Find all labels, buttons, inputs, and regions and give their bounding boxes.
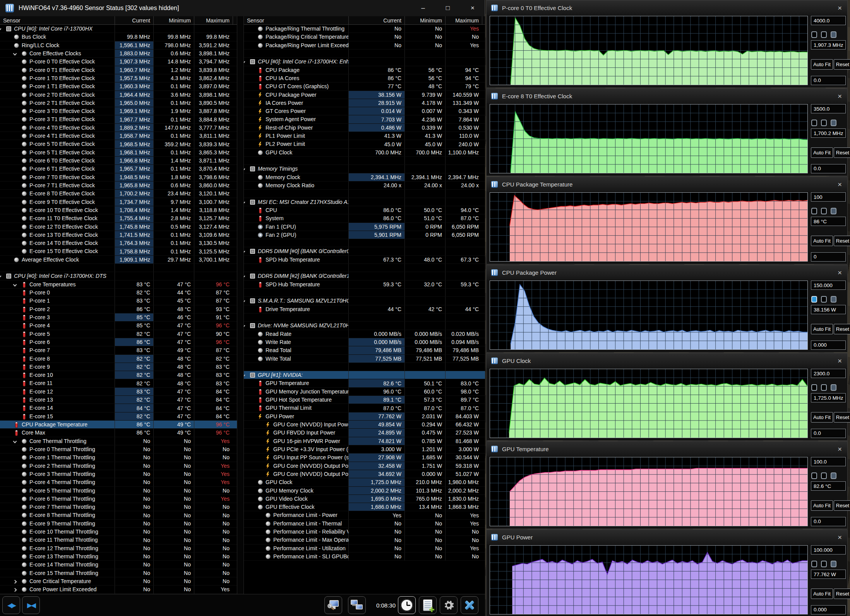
graph-panel-titlebar[interactable]: GPU Temperature× xyxy=(487,441,847,456)
sensor-row[interactable]: CPU Package Power38.156 W9.739 W140.559 … xyxy=(244,91,485,99)
sensor-row[interactable]: GT Cores Power0.014 W0.007 W0.343 W xyxy=(244,107,485,115)
report-button[interactable] xyxy=(419,596,437,614)
graph-option-checkbox[interactable] xyxy=(811,384,817,391)
graph-panel-titlebar[interactable]: P-core 0 T0 Effective Clock× xyxy=(487,0,847,15)
expand-columns-button[interactable]: ◀▶ xyxy=(2,596,20,614)
sensor-row[interactable]: E-core 1484 °C47 °C84 °C xyxy=(0,404,237,412)
sensor-row[interactable]: Average Effective Clock1,909.1 MHz29.7 M… xyxy=(0,256,237,264)
sensor-row[interactable]: P-core 0 Thermal ThrottlingNoNoNo xyxy=(0,445,237,453)
sensor-row[interactable]: PL2 Power Limit45.0 W45.0 W240.0 W xyxy=(244,140,485,148)
reset-button[interactable]: Reset xyxy=(834,412,850,423)
col-sensor[interactable]: Sensor xyxy=(244,16,348,25)
sensor-row[interactable]: E-core 8 T0 Effective Clock1,700.2 MHz23… xyxy=(0,190,237,198)
sensor-row[interactable]: E-core 13 T0 Effective Clock1,741.5 MHz0… xyxy=(0,231,237,239)
sensor-row[interactable]: E-core 10 Thermal ThrottlingNoNoNo xyxy=(0,528,237,536)
close-icon[interactable]: × xyxy=(838,92,842,100)
sensor-row[interactable]: E-core 1082 °C48 °C83 °C xyxy=(0,371,237,379)
auto-fit-button[interactable]: Auto Fit xyxy=(811,147,833,158)
sensor-row[interactable]: E-core 15 Thermal ThrottlingNoNoNo xyxy=(0,569,237,577)
sensor-row[interactable]: P-core 082 °C44 °C87 °C xyxy=(0,289,237,297)
sensor-row[interactable]: GPU Effective Clock1,686.0 MHz13.4 MHz1,… xyxy=(244,503,485,511)
sensor-row[interactable]: Performance Limit - UtilizationNoNoYes xyxy=(244,544,485,553)
graph-option-checkbox[interactable] xyxy=(831,208,836,214)
sensor-row[interactable]: P-core 1 Thermal ThrottlingNoNoNo xyxy=(0,453,237,462)
sensor-row[interactable]: E-core 1283 °C47 °C84 °C xyxy=(0,388,237,396)
close-sensors-button[interactable] xyxy=(461,596,478,614)
col-minimum[interactable]: Minimum xyxy=(404,16,445,25)
sensor-row[interactable]: P-core 3 Thermal ThrottlingNoNoYes xyxy=(0,470,237,478)
section-row[interactable]: CPU [#0]: Intel Core i7-13700HX: Enhance… xyxy=(244,58,485,66)
sensor-row[interactable]: P-core 4 T0 Effective Clock1,889.2 MHz14… xyxy=(0,124,237,132)
graph-option-checkbox[interactable] xyxy=(811,208,817,214)
sensor-row[interactable]: GPU 16-pin HVPWR Power74.821 W0.785 W81.… xyxy=(244,437,485,445)
sensor-row[interactable]: Performance Limit - Max Operating Volta.… xyxy=(244,536,485,544)
graph-option-checkbox[interactable] xyxy=(821,561,827,567)
sensor-row[interactable]: P-core 3 T1 Effective Clock1,967.7 MHz0.… xyxy=(0,115,237,123)
sensor-row[interactable]: GPU Power77.762 W2.031 W84.403 W xyxy=(244,412,485,421)
sensor-row[interactable]: P-core 0 T0 Effective Clock1,907.3 MHz14… xyxy=(0,58,237,66)
close-icon[interactable]: × xyxy=(838,181,842,188)
sensor-row[interactable]: Performance Limit - ThermalNoNoYes xyxy=(244,520,485,528)
graph-panel-titlebar[interactable]: CPU Package Power× xyxy=(487,265,847,280)
sensor-row[interactable]: CPU Package86 °C56 °C94 °C xyxy=(244,66,485,74)
sensor-row[interactable]: SPD Hub Temperature59.3 °C32.0 °C59.3 °C xyxy=(244,281,485,289)
chevron-down-icon[interactable] xyxy=(13,51,17,55)
scale-max-input[interactable]: 100 xyxy=(811,192,846,202)
sensor-row[interactable]: P-core 0 T1 Effective Clock1,960.7 MHz1.… xyxy=(0,66,237,74)
sensor-row[interactable]: GPU Video Clock1,695.0 MHz765.0 MHz1,830… xyxy=(244,495,485,503)
sensor-row[interactable]: P-core 183 °C45 °C87 °C xyxy=(0,297,237,305)
sensor-row[interactable]: GPU Core (NVVDD) Input Power (sum)49.854… xyxy=(244,421,485,429)
section-row[interactable]: S.M.A.R.T.: SAMSUNG MZVL21T0HCLR-00B... xyxy=(244,297,485,305)
sensor-row[interactable]: Core Power Limit ExceededNoNoYes xyxy=(0,585,237,594)
sensor-row[interactable]: PL1 Power Limit41.3 W41.3 W110.0 W xyxy=(244,132,485,140)
sensor-row[interactable]: P-core 686 °C47 °C96 °C xyxy=(0,338,237,346)
auto-fit-button[interactable]: Auto Fit xyxy=(811,500,833,511)
section-row[interactable]: CPU [#0]: Intel Core i7-13700HX: DTS xyxy=(0,272,237,280)
sensor-row[interactable]: CPU IA Cores86 °C56 °C94 °C xyxy=(244,74,485,82)
scale-min-input[interactable]: 0 xyxy=(811,252,846,262)
chevron-down-icon[interactable] xyxy=(0,274,1,278)
chevron-down-icon[interactable] xyxy=(244,250,245,253)
graph-option-checkbox[interactable] xyxy=(821,472,827,479)
sensor-row[interactable]: E-core 1382 °C47 °C84 °C xyxy=(0,396,237,404)
graph-option-checkbox[interactable] xyxy=(811,120,817,126)
close-icon[interactable]: × xyxy=(838,445,842,453)
sensor-row[interactable]: Core Effective Clocks1,883.0 MHz0.6 MHz3… xyxy=(0,50,237,58)
section-row[interactable]: Memory Timings xyxy=(244,165,485,173)
sensor-row[interactable]: P-core 6 T0 Effective Clock1,966.8 MHz1.… xyxy=(0,157,237,165)
auto-fit-button[interactable]: Auto Fit xyxy=(811,589,833,599)
sensor-row[interactable]: GPU Memory Junction Temperature96.0 °C60… xyxy=(244,388,485,396)
sensor-row[interactable]: P-core 1 T1 Effective Clock1,960.3 MHz0.… xyxy=(0,82,237,91)
graph-option-checkbox[interactable] xyxy=(831,472,836,479)
scale-max-input[interactable]: 150.000 xyxy=(811,281,846,290)
close-button[interactable]: × xyxy=(467,0,478,16)
scale-max-input[interactable]: 3500.0 xyxy=(811,104,846,113)
sensor-row[interactable]: Core Thermal ThrottlingNoNoYes xyxy=(0,437,237,445)
sensor-row[interactable]: Core Critical TemperatureNoNoNo xyxy=(0,577,237,585)
col-current[interactable]: Current xyxy=(115,16,153,25)
graph-panel-titlebar[interactable]: E-core 8 T0 Effective Clock× xyxy=(487,89,847,103)
chevron-down-icon[interactable] xyxy=(0,27,1,31)
reset-button[interactable]: Reset xyxy=(834,147,850,158)
col-current[interactable]: Current xyxy=(348,16,404,25)
sensor-row[interactable]: CPU GT Cores (Graphics)77 °C48 °C79 °C xyxy=(244,82,485,91)
reset-button[interactable]: Reset xyxy=(834,500,850,511)
sensor-row[interactable]: P-core 582 °C47 °C90 °C xyxy=(0,330,237,338)
graph-option-checkbox[interactable] xyxy=(811,31,817,38)
scale-min-input[interactable]: 0.0 xyxy=(811,164,846,173)
sensor-row[interactable]: P-core 4 T1 Effective Clock1,958.7 MHz0.… xyxy=(0,132,237,140)
sensor-row[interactable]: Read Rate0.000 MB/s0.000 MB/s0.020 MB/s xyxy=(244,330,485,338)
graph-option-checkbox[interactable] xyxy=(821,384,827,391)
sensor-row[interactable]: GPU Thermal Limit87.0 °C87.0 °C87.0 °C xyxy=(244,404,485,412)
sensor-row[interactable]: P-core 6 T1 Effective Clock1,965.7 MHz0.… xyxy=(0,165,237,173)
sensor-row[interactable]: P-core 2 Thermal ThrottlingNoNoYes xyxy=(0,462,237,470)
graph-option-checkbox[interactable] xyxy=(821,296,827,303)
maximize-button[interactable]: □ xyxy=(442,0,454,16)
sensor-row[interactable]: E-core 982 °C48 °C83 °C xyxy=(0,363,237,371)
section-row[interactable]: GPU [#1]: NVIDIA: xyxy=(244,371,485,379)
sensor-row[interactable]: Performance Limit - Reliability VoltageN… xyxy=(244,528,485,536)
chevron-down-icon[interactable] xyxy=(244,274,245,278)
sensor-row[interactable]: Package/Ring Power Limit ExceededNoNoYes xyxy=(244,41,485,50)
graph-option-checkbox[interactable] xyxy=(831,120,836,126)
col-maximum[interactable]: Maximum xyxy=(445,16,482,25)
